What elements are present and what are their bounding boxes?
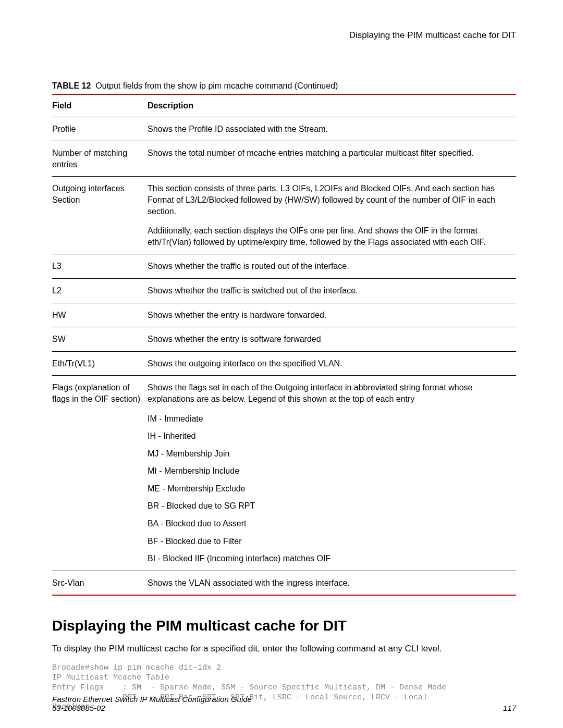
col-description: Description — [148, 95, 516, 117]
flag-item: MJ - Membership Join — [148, 448, 512, 460]
cell-desc: Additionally, each section displays the … — [148, 223, 516, 254]
table-row: Number of matching entries Shows the tot… — [52, 141, 516, 177]
footer-guide-title: FastIron Ethernet Switch IP Multicast Co… — [52, 695, 252, 704]
page-footer: FastIron Ethernet Switch IP Multicast Co… — [52, 695, 516, 712]
table-row: Flags (explanation of flags in the OIF s… — [52, 376, 516, 411]
page: Displaying the PIM multicast cache for D… — [0, 0, 563, 728]
table-header-row: Field Description — [52, 95, 516, 117]
cell-field: Flags (explanation of flags in the OIF s… — [52, 376, 148, 411]
footer-doc-number: 53-1003085-02 — [52, 704, 252, 712]
table-row: HW Shows whether the entry is hardware f… — [52, 303, 516, 327]
cell-desc: Shows whether the entry is software forw… — [148, 327, 516, 352]
table-bottom-rule — [52, 595, 516, 596]
cell-desc: Shows whether the traffic is switched ou… — [148, 278, 516, 303]
cell-field: Outgoing interfaces Section — [52, 177, 148, 223]
table-row: Eth/Tr(VL1) Shows the outgoing interface… — [52, 351, 516, 376]
cell-desc: Shows the flags set in each of the Outgo… — [148, 376, 516, 411]
cell-desc: Shows the VLAN associated with the ingre… — [148, 571, 516, 595]
table-row: L3 Shows whether the traffic is routed o… — [52, 254, 516, 279]
flag-item: ME - Membership Exclude — [148, 483, 512, 495]
footer-left: FastIron Ethernet Switch IP Multicast Co… — [52, 695, 252, 712]
output-fields-table: Field Description Profile Shows the Prof… — [52, 95, 516, 595]
col-field: Field — [52, 95, 148, 117]
footer-page-number: 117 — [503, 704, 516, 712]
cell-desc: Shows the outgoing interface on the spec… — [148, 351, 516, 376]
cell-field: L3 — [52, 254, 148, 279]
cell-desc: This section consists of three parts. L3… — [148, 177, 516, 223]
cell-field: Number of matching entries — [52, 141, 148, 177]
flag-item: IH - Inherited — [148, 430, 512, 442]
table-row: Profile Shows the Profile ID associated … — [52, 117, 516, 141]
cell-field: HW — [52, 303, 148, 327]
cell-field: Eth/Tr(VL1) — [52, 351, 148, 376]
table-caption-text: Output fields from the show ip pim mcach… — [95, 81, 338, 90]
cell-field: Src-Vlan — [52, 571, 148, 595]
section-heading: Displaying the PIM multicast cache for D… — [52, 618, 516, 634]
cell-field-empty — [52, 223, 148, 254]
table-row: Additionally, each section displays the … — [52, 223, 516, 254]
flag-item: MI - Membership Include — [148, 465, 512, 477]
table-row: SW Shows whether the entry is software f… — [52, 327, 516, 352]
table-row: Src-Vlan Shows the VLAN associated with … — [52, 571, 516, 595]
flag-item: BF - Blocked due to Filter — [148, 536, 512, 547]
table-caption: TABLE 12 Output fields from the show ip … — [52, 81, 516, 91]
flag-item: BR - Blocked due to SG RPT — [148, 500, 512, 512]
cell-field-empty — [52, 411, 148, 571]
flag-item: BA - Blocked due to Assert — [148, 518, 512, 529]
section-intro: To display the PIM multicast cache for a… — [52, 644, 516, 654]
cell-field: L2 — [52, 278, 148, 303]
table-row: L2 Shows whether the traffic is switched… — [52, 278, 516, 303]
running-header: Displaying the PIM multicast cache for D… — [52, 30, 516, 41]
cell-desc: Shows whether the entry is hardware forw… — [148, 303, 516, 327]
cell-field: Profile — [52, 117, 148, 141]
cell-field: SW — [52, 327, 148, 352]
table-row: IM - Immediate IH - Inherited MJ - Membe… — [52, 411, 516, 571]
cell-desc: Shows the total number of mcache entries… — [148, 141, 516, 177]
flag-item: IM - Immediate — [148, 413, 512, 425]
flag-item: BI - Blocked IIF (Incoming interface) ma… — [148, 553, 512, 564]
cell-flag-list: IM - Immediate IH - Inherited MJ - Membe… — [148, 411, 516, 571]
cell-desc: Shows the Profile ID associated with the… — [148, 117, 516, 141]
table-row: Outgoing interfaces Section This section… — [52, 177, 516, 223]
cell-desc: Shows whether the traffic is routed out … — [148, 254, 516, 279]
table-label: TABLE 12 — [52, 81, 91, 90]
